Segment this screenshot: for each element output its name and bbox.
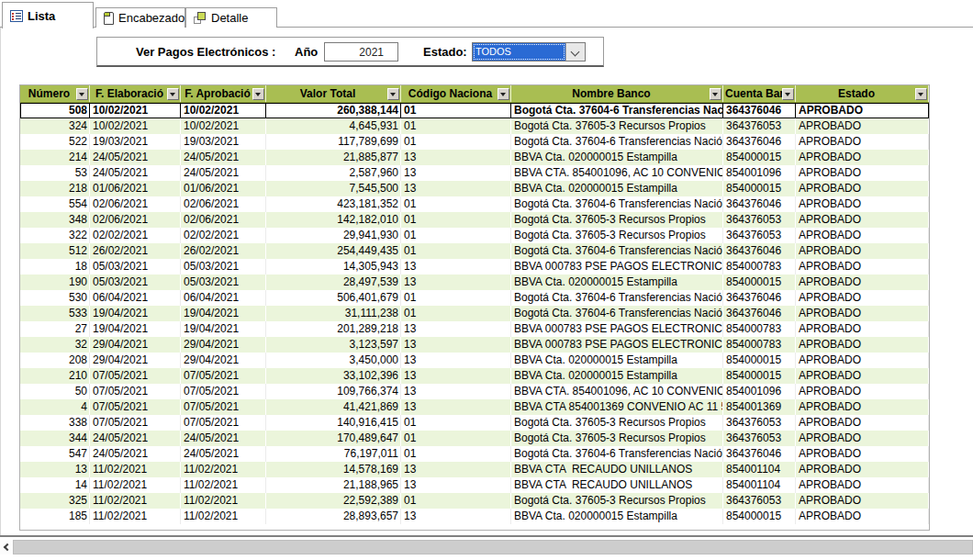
- cell: BBVA CTA 854001369 CONVENIO AC 11 52: [511, 399, 723, 415]
- cell: 854000015: [723, 368, 796, 384]
- column-header-2[interactable]: F. Aprobació: [181, 85, 266, 102]
- estado-select[interactable]: TODOS: [472, 42, 586, 62]
- table-row[interactable]: 21801/06/202101/06/20217,545,50013BBVA C…: [20, 181, 929, 196]
- cell: 13: [401, 462, 511, 477]
- cell: APROBADO: [796, 431, 929, 446]
- cell: APROBADO: [796, 103, 929, 118]
- cell: Bogotá Cta. 37605-3 Recursos Propios: [511, 228, 723, 243]
- table-row[interactable]: 32202/02/202102/02/202129,941,93001Bogot…: [20, 228, 929, 243]
- cell: 01: [401, 212, 511, 228]
- cell: Bogotá Cta. 37605-3 Recursos Propios: [511, 431, 723, 446]
- estado-label: Estado:: [423, 45, 467, 59]
- filter-dropdown-icon[interactable]: [710, 88, 721, 100]
- column-header-0[interactable]: Número: [20, 85, 90, 102]
- table-row[interactable]: 32410/02/202110/02/20214,645,93101Bogotá…: [20, 118, 929, 134]
- table-row[interactable]: 21007/05/202107/05/202133,102,39613BBVA …: [20, 368, 929, 384]
- table-row[interactable]: 50810/02/202110/02/2021260,388,14401Bogo…: [20, 103, 929, 118]
- cell: 29/04/2021: [181, 337, 266, 353]
- cell: APROBADO: [796, 228, 929, 243]
- cell: 530: [20, 290, 90, 306]
- year-input[interactable]: [324, 42, 398, 62]
- column-header-6[interactable]: Cuenta Bancari: [723, 85, 796, 102]
- chevron-down-icon[interactable]: [565, 43, 585, 61]
- table-row[interactable]: 407/05/202107/05/202141,421,86913BBVA CT…: [20, 399, 929, 415]
- tab-detalle[interactable]: Detalle: [185, 7, 277, 28]
- filter-dropdown-icon[interactable]: [387, 88, 399, 100]
- table-row[interactable]: 5007/05/202107/05/2021109,766,37413BBVA …: [20, 384, 929, 399]
- horizontal-scrollbar[interactable]: [0, 540, 973, 554]
- column-header-label: Nombre Banco: [513, 87, 710, 100]
- table-row[interactable]: 54724/05/202124/05/202176,197,01101Bogot…: [20, 446, 929, 462]
- filter-dropdown-icon[interactable]: [782, 88, 794, 100]
- cell: 01: [401, 134, 511, 150]
- column-header-3[interactable]: Valor Total: [266, 85, 401, 102]
- cell: 190: [20, 274, 90, 290]
- cell: 364376046: [723, 196, 796, 212]
- cell: 854000783: [723, 321, 796, 337]
- cell: 07/05/2021: [90, 415, 181, 431]
- cell: 28,893,657: [266, 509, 401, 524]
- cell: 260,388,144: [266, 103, 401, 118]
- cell: APROBADO: [796, 212, 929, 228]
- cell: APROBADO: [796, 165, 929, 181]
- filter-dropdown-icon[interactable]: [915, 88, 927, 100]
- filter-dropdown-icon[interactable]: [167, 88, 179, 100]
- cell: 28,497,539: [266, 274, 401, 290]
- filter-dropdown-icon[interactable]: [252, 88, 264, 100]
- table-row[interactable]: 20829/04/202129/04/20213,450,00013BBVA C…: [20, 353, 929, 368]
- cell: 19/03/2021: [181, 134, 266, 150]
- cell: 364376053: [723, 228, 796, 243]
- table-row[interactable]: 18511/02/202111/02/202128,893,65713BBVA …: [20, 509, 929, 524]
- table-row[interactable]: 33807/05/202107/05/2021140,916,41501Bogo…: [20, 415, 929, 431]
- table-row[interactable]: 19005/03/202105/03/202128,497,53913BBVA …: [20, 274, 929, 290]
- cell: BBVA Cta. 020000015 Estampilla: [511, 353, 723, 368]
- cell: 364376046: [723, 103, 796, 118]
- cell: 854001096: [723, 384, 796, 399]
- table-row[interactable]: 52219/03/202119/03/2021117,789,69901Bogo…: [20, 134, 929, 150]
- cell: 02/06/2021: [90, 196, 181, 212]
- column-header-1[interactable]: F. Elaboració: [90, 85, 181, 102]
- cell: BBVA 000783 PSE PAGOS ELECTRONICOS: [511, 259, 723, 274]
- table-row[interactable]: 2719/04/202119/04/2021201,289,21813BBVA …: [20, 321, 929, 337]
- table-row[interactable]: 34424/05/202124/05/2021170,489,64701Bogo…: [20, 431, 929, 446]
- cell: 364376053: [723, 118, 796, 134]
- filter-dropdown-icon[interactable]: [76, 88, 88, 100]
- table-row[interactable]: 53006/04/202106/04/2021506,401,67901Bogo…: [20, 290, 929, 306]
- table-row[interactable]: 34802/06/202102/06/2021142,182,01001Bogo…: [20, 212, 929, 228]
- table-row[interactable]: 5324/05/202124/05/20212,587,96013BBVA CT…: [20, 165, 929, 181]
- cell: 364376053: [723, 415, 796, 431]
- table-row[interactable]: 1311/02/202111/02/202114,578,16913BBVA C…: [20, 462, 929, 477]
- scroll-left-icon[interactable]: [0, 540, 13, 554]
- cell: 508: [20, 103, 90, 118]
- cell: 3,450,000: [266, 353, 401, 368]
- table-row[interactable]: 55402/06/202102/06/2021423,181,35201Bogo…: [20, 196, 929, 212]
- tab-label: Detalle: [211, 11, 248, 25]
- cell: 11/02/2021: [90, 477, 181, 493]
- cell: 02/06/2021: [90, 212, 181, 228]
- table-row[interactable]: 1411/02/202111/02/202121,188,96513BBVA C…: [20, 477, 929, 493]
- cell: BBVA Cta. 020000015 Estampilla: [511, 150, 723, 165]
- scrollbar-thumb[interactable]: [13, 540, 973, 554]
- tab-encabezado[interactable]: Encabezado: [95, 7, 185, 28]
- year-label: Año: [295, 45, 318, 59]
- column-header-5[interactable]: Nombre Banco: [511, 85, 723, 102]
- filter-dropdown-icon[interactable]: [498, 88, 509, 100]
- table-row[interactable]: 51226/02/202126/02/2021254,449,43501Bogo…: [20, 243, 929, 259]
- column-header-7[interactable]: Estado: [796, 85, 929, 102]
- table-row[interactable]: 21424/05/202124/05/202121,885,87713BBVA …: [20, 150, 929, 165]
- table-row[interactable]: 3229/04/202129/04/20213,123,59713BBVA 00…: [20, 337, 929, 353]
- table-row[interactable]: 53319/04/202119/04/202131,111,23801Bogot…: [20, 306, 929, 321]
- cell: 01: [401, 118, 511, 134]
- cell: Bogotá Cta. 37605-3 Recursos Propios: [511, 212, 723, 228]
- cell: APROBADO: [796, 274, 929, 290]
- cell: 21,885,877: [266, 150, 401, 165]
- tab-lista[interactable]: Lista: [2, 2, 94, 28]
- table-row[interactable]: 32511/02/202111/02/202122,592,38901Bogot…: [20, 493, 929, 509]
- column-header-label: Valor Total: [268, 87, 387, 100]
- table-row[interactable]: 1805/03/202105/03/202114,305,94313BBVA 0…: [20, 259, 929, 274]
- cell: APROBADO: [796, 462, 929, 477]
- column-header-4[interactable]: Código Naciona: [401, 85, 511, 102]
- cell: APROBADO: [796, 477, 929, 493]
- cell: 854001104: [723, 477, 796, 493]
- cell: 11/02/2021: [90, 509, 181, 524]
